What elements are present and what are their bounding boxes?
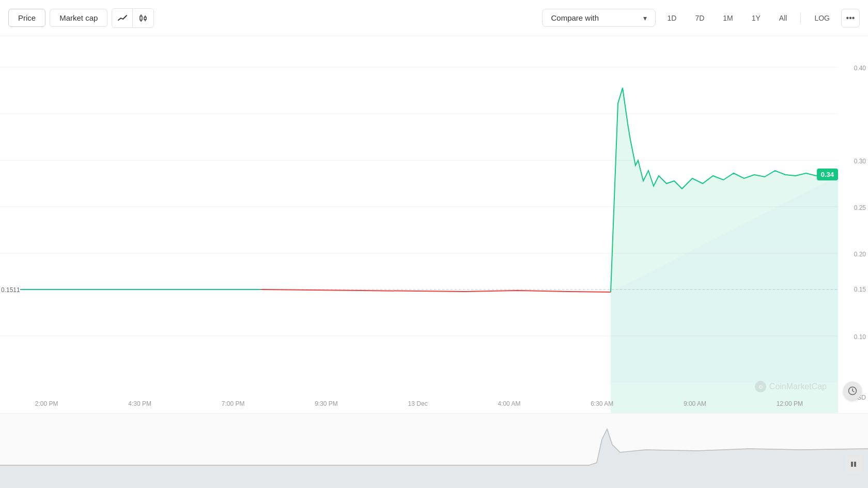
chart-type-group	[112, 8, 154, 28]
y-label-030: 0.30	[854, 158, 866, 165]
compare-with-label: Compare with	[551, 13, 599, 22]
compare-with-dropdown[interactable]: Compare with ▾	[542, 9, 656, 27]
price-line-segment2	[261, 289, 611, 292]
svg-rect-3	[144, 17, 146, 20]
coinmarketcap-watermark: ⊙ CoinMarketCap	[755, 381, 827, 392]
x-label-13dec: 13 Dec	[408, 400, 428, 407]
time-btn-all[interactable]: All	[772, 10, 795, 26]
cmc-logo-icon: ⊙	[755, 381, 766, 392]
svg-rect-19	[854, 462, 856, 467]
clock-button[interactable]	[843, 382, 862, 400]
more-icon: •••	[846, 13, 855, 23]
x-label-630am: 6:30 AM	[591, 400, 613, 407]
clock-icon	[848, 386, 857, 395]
time-divider	[800, 13, 801, 23]
time-btn-1y[interactable]: 1Y	[745, 10, 768, 26]
market-cap-tab[interactable]: Market cap	[50, 9, 107, 27]
svg-line-16	[853, 391, 854, 392]
x-label-900am: 9:00 AM	[684, 400, 706, 407]
time-btn-1d[interactable]: 1D	[660, 10, 684, 26]
minimap-svg	[0, 414, 868, 488]
candlestick-icon	[138, 13, 148, 23]
price-tab[interactable]: Price	[8, 9, 45, 27]
chevron-down-icon: ▾	[643, 14, 647, 22]
cmc-logo-text: CoinMarketCap	[769, 382, 827, 391]
toolbar: Price Market cap Compare with ▾ 1D 7D 1M	[0, 0, 868, 36]
time-btn-log[interactable]: LOG	[807, 10, 837, 26]
y-label-010: 0.10	[854, 333, 866, 341]
svg-rect-0	[140, 16, 142, 20]
chart-main: 0.1511 0.34 0.40 0.30 0.25 0.20 0.15 0.1…	[0, 36, 868, 488]
minimap-area	[0, 413, 868, 488]
more-options-btn[interactable]: •••	[841, 9, 860, 27]
svg-rect-18	[851, 462, 853, 467]
candlestick-btn[interactable]	[133, 9, 153, 27]
x-label-1200pm: 12:00 PM	[777, 400, 803, 407]
x-label-930pm: 9:30 PM	[315, 400, 338, 407]
x-label-200pm: 2:00 PM	[35, 400, 58, 407]
open-price-label: 0.1511	[0, 286, 20, 294]
time-btn-1m[interactable]: 1M	[716, 10, 740, 26]
y-label-040: 0.40	[854, 65, 866, 72]
y-label-025: 0.25	[854, 204, 866, 211]
x-label-400am: 4:00 AM	[498, 400, 520, 407]
pause-button[interactable]	[845, 456, 862, 472]
time-btn-7d[interactable]: 7D	[688, 10, 711, 26]
x-label-430pm: 4:30 PM	[128, 400, 151, 407]
y-axis: 0.40 0.30 0.25 0.20 0.15 0.10	[838, 36, 868, 414]
x-axis: 2:00 PM 4:30 PM 7:00 PM 9:30 PM 13 Dec 4…	[0, 396, 838, 411]
line-chart-btn[interactable]	[112, 9, 133, 27]
price-chart-svg	[0, 36, 838, 414]
y-label-020: 0.20	[854, 251, 866, 258]
pause-icon	[850, 461, 857, 468]
x-label-700pm: 7:00 PM	[222, 400, 245, 407]
current-price-badge: 0.34	[817, 169, 838, 180]
svg-marker-17	[0, 429, 868, 488]
y-label-015: 0.15	[854, 286, 866, 293]
chart-container: 0.1511 0.34 0.40 0.30 0.25 0.20 0.15 0.1…	[0, 36, 868, 488]
line-chart-icon	[118, 13, 127, 23]
